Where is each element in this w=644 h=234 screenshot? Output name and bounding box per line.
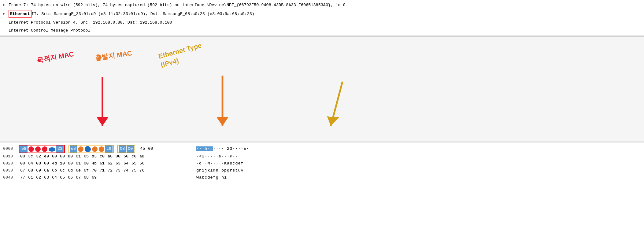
b-00-7: 00	[67, 160, 74, 167]
icmp-row[interactable]: Internet Control Message Protocol	[3, 27, 641, 35]
ascii-dst-mac: ···h·#	[196, 146, 213, 151]
icmp-expand-arrow	[3, 28, 7, 33]
ipv4-text: Internet Protocol Version 4, Src: 192.16…	[9, 19, 172, 26]
byte-e8-dst: e8	[20, 145, 28, 153]
b-32: 32	[35, 153, 42, 160]
b-00-6: 00	[43, 160, 50, 167]
ascii-0000: ···h·#···· 23····E·	[196, 145, 249, 153]
ascii-0010: ·<2·····e···P··	[196, 153, 238, 160]
hex-row-0010: 0010 00 3c 32 e9 00 00 80 01 65 d3 c0 a8…	[3, 153, 641, 160]
packet-detail-panel: ▶ Frame 7: 74 bytes on wire (592 bits), …	[0, 0, 644, 36]
dot-red-2	[35, 146, 41, 152]
icmp-text: Internet Control Message Protocol	[9, 27, 90, 34]
b-00-3: 00	[59, 153, 66, 160]
ethernet-text: II, Src: SamsungE_33:01:c9 (e8:11:32:33:…	[31, 11, 254, 17]
b-66: 66	[138, 160, 146, 167]
b-68: 68	[27, 167, 34, 174]
dot-orange-1	[78, 146, 83, 152]
ethernet-label: Ethernet	[9, 10, 31, 18]
b-00-8: 00	[83, 160, 90, 167]
ascii-0040: wabcdefg hi	[196, 174, 227, 181]
b-71: 71	[98, 167, 106, 174]
b-67-2: 67	[75, 174, 82, 181]
b-d3: d3	[91, 153, 98, 160]
b-73: 73	[114, 167, 122, 174]
byte-c9-src: c9	[105, 145, 113, 153]
ipv4-expand-arrow	[3, 20, 7, 25]
annotation-area: 목적지 MAC 출발지 MAC Ethernet Type(IPv4)	[0, 37, 644, 142]
dst-mac-annotation: 목적지 MAC	[36, 50, 75, 65]
hex-offset-0040: 0040	[3, 174, 19, 181]
hex-dump-panel: 0000 e8 23 e8	[0, 143, 644, 183]
b-10: 10	[59, 160, 66, 167]
b-01: 01	[75, 160, 82, 167]
b-75: 75	[130, 167, 138, 174]
hex-bytes-0000: e8 23 e8	[19, 145, 190, 153]
b-63: 63	[114, 160, 122, 167]
ether-type-group: 08 00	[117, 145, 135, 153]
frame-row[interactable]: ▶ Frame 7: 74 bytes on wire (592 bits), …	[3, 1, 641, 9]
b-3c: 3c	[27, 153, 34, 160]
b-66-2: 66	[67, 174, 74, 181]
hex-offset-0000: 0000	[3, 145, 19, 153]
ethernet-row[interactable]: ▶ Ethernet II, Src: SamsungE_33:01:c9 (e…	[3, 9, 641, 19]
b-64-2: 64	[51, 174, 58, 181]
byte-08: 08	[119, 145, 126, 153]
b-6e: 6e	[75, 167, 82, 174]
src-mac-group: e8 c9	[68, 145, 114, 153]
dot-red-3	[42, 146, 47, 152]
divider-2	[0, 142, 644, 142]
hex-bytes-0040: 77 61 62 63 64 65 66 67 68 69	[19, 174, 190, 181]
hex-offset-0020: 0020	[3, 160, 19, 167]
byte-23-dst: 23	[56, 145, 64, 153]
b-69: 69	[35, 167, 42, 174]
frame-expand-arrow: ▶	[3, 2, 7, 8]
dot-orange-2	[92, 146, 98, 152]
b-e9: e9	[43, 153, 50, 160]
b-6c: 6c	[59, 167, 66, 174]
b-a8: a8	[106, 153, 114, 160]
b-62-2: 62	[35, 174, 42, 181]
hex-row-0030: 0030 67 68 69 6a 6b 6c 6d 6e 6f 70 71 72…	[3, 167, 641, 174]
b-00-4: 00	[114, 153, 122, 160]
dst-mac-group: e8 23	[19, 145, 65, 153]
b-c0-2: c0	[130, 153, 138, 160]
frame-text: Frame 7: 74 bytes on wire (592 bits), 74…	[9, 2, 346, 9]
b-67: 67	[19, 167, 26, 174]
b-61: 61	[27, 174, 34, 181]
hex-offset-0030: 0030	[3, 167, 19, 174]
b-68-2: 68	[83, 174, 90, 181]
b-65: 65	[83, 153, 90, 160]
ascii-0030: ghijklmn opqrstuv	[196, 167, 244, 174]
hex-bytes-0030: 67 68 69 6a 6b 6c 6d 6e 6f 70 71 72 73 7…	[19, 167, 190, 174]
b-77: 77	[19, 174, 26, 181]
ipv4-row[interactable]: Internet Protocol Version 4, Src: 192.16…	[3, 19, 641, 27]
hex-bytes-0010: 00 3c 32 e9 00 00 80 01 65 d3 c0 a8 00 5…	[19, 153, 190, 160]
byte-00: 00	[127, 145, 134, 153]
b-65-2: 65	[59, 174, 66, 181]
ethernet-expand-arrow: ▶	[3, 11, 7, 17]
hex-offset-0010: 0010	[3, 153, 19, 160]
b-4b: 4b	[91, 160, 98, 167]
dot-blue-1	[85, 146, 91, 152]
svg-line-2	[331, 82, 342, 126]
b-65: 65	[130, 160, 138, 167]
byte-45: 45	[139, 145, 146, 153]
dot-orange-3	[99, 146, 104, 152]
byte-e8-src: e8	[70, 145, 77, 153]
ascii-rest-0000: E·	[244, 146, 249, 151]
b-6b: 6b	[51, 167, 58, 174]
hex-row-0000: 0000 e8 23 e8	[3, 145, 641, 153]
b-08-2: 08	[35, 160, 42, 167]
ether-type-annotation: Ethernet Type(IPv4)	[157, 41, 205, 70]
b-4d: 4d	[51, 160, 58, 167]
src-mac-annotation: 출발지 MAC	[94, 49, 133, 63]
main-container: ▶ Frame 7: 74 bytes on wire (592 bits), …	[0, 0, 644, 234]
b-64: 64	[27, 160, 34, 167]
b-74: 74	[122, 167, 130, 174]
b-64: 64	[122, 160, 130, 167]
b-01: 01	[75, 153, 82, 160]
b-69-2: 69	[91, 174, 98, 181]
b-a8-2: a8	[138, 153, 146, 160]
b-50: 50	[122, 153, 130, 160]
